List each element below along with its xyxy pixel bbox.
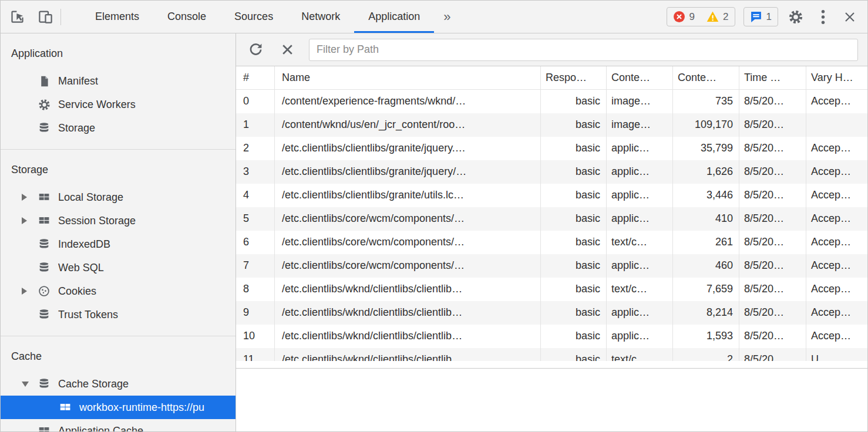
column-header[interactable]: Name: [275, 66, 541, 90]
tab-console[interactable]: Console: [153, 1, 220, 33]
sidebar-item-manifest[interactable]: Manifest: [1, 69, 235, 93]
table-cell: text/c…: [607, 278, 673, 301]
table-row[interactable]: 1/content/wknd/us/en/_jcr_content/roo…ba…: [236, 113, 867, 137]
table-row[interactable]: 6/etc.clientlibs/core/wcm/components/…ba…: [236, 231, 867, 254]
close-devtools-icon[interactable]: [840, 8, 859, 26]
gear-icon: [37, 97, 51, 112]
item-label: Application Cache: [58, 425, 143, 432]
sidebar-item-session-storage[interactable]: Session Storage: [1, 209, 235, 232]
table-cell: image…: [607, 90, 673, 113]
panel-tabs: Elements Console Sources Network Applica…: [81, 1, 460, 33]
device-toolbar-icon[interactable]: [36, 8, 55, 26]
settings-gear-icon[interactable]: [786, 8, 805, 26]
expand-arrow-icon[interactable]: [22, 217, 27, 224]
console-errors-warnings-badge[interactable]: 9 2: [667, 7, 735, 26]
column-header[interactable]: Conte…: [607, 66, 673, 90]
sidebar-item-indexeddb[interactable]: IndexedDB: [1, 232, 235, 256]
table-cell: 8/5/20…: [739, 137, 806, 160]
tab-network[interactable]: Network: [287, 1, 354, 33]
table-cell: 1: [236, 113, 275, 137]
table-cell: applic…: [607, 207, 673, 231]
table-cell: Accep…: [806, 184, 867, 207]
sidebar-item-cache-storage[interactable]: Cache Storage: [1, 372, 235, 396]
table-row[interactable]: 7/etc.clientlibs/core/wcm/components/…ba…: [236, 254, 867, 278]
sidebar-item-local-storage[interactable]: Local Storage: [1, 185, 235, 209]
table-row[interactable]: 2/etc.clientlibs/clientlibs/granite/jque…: [236, 137, 867, 160]
section-title: Cache: [1, 336, 235, 372]
expand-arrow-icon[interactable]: [22, 194, 27, 201]
more-tabs-button[interactable]: »: [434, 1, 460, 33]
expand-arrow-icon[interactable]: [22, 288, 27, 295]
column-header[interactable]: Respo…: [541, 66, 607, 90]
table-cell: /etc.clientlibs/wknd/clientlibs/clientli…: [275, 278, 541, 301]
sidebar-item-trust-tokens[interactable]: Trust Tokens: [1, 303, 235, 326]
table-cell: /etc.clientlibs/wknd/clientlibs/clientli…: [275, 301, 541, 325]
sidebar-item-web-sql[interactable]: Web SQL: [1, 256, 235, 279]
table-row[interactable]: 10/etc.clientlibs/wknd/clientlibs/client…: [236, 325, 867, 348]
table-cell: 8/5/20…: [739, 301, 806, 325]
more-options-icon[interactable]: [813, 8, 832, 26]
column-header[interactable]: Conte…: [673, 66, 739, 90]
sidebar-item-application-cache[interactable]: Application Cache: [1, 419, 235, 431]
table-row[interactable]: 9/etc.clientlibs/wknd/clientlibs/clientl…: [236, 301, 867, 325]
toolbar-right-icons: 9 2 1: [667, 1, 859, 33]
table-row[interactable]: 3/etc.clientlibs/clientlibs/granite/jque…: [236, 160, 867, 184]
table-cell: 7: [236, 254, 275, 278]
clear-icon[interactable]: [277, 40, 297, 60]
application-sidebar: Application Manifest: [1, 33, 236, 431]
tab-application[interactable]: Application: [354, 1, 434, 33]
table-row[interactable]: 8/etc.clientlibs/wknd/clientlibs/clientl…: [236, 278, 867, 301]
table-cell: basic: [541, 137, 607, 160]
table-cell: 109,170: [673, 113, 739, 137]
table-cell: applic…: [607, 137, 673, 160]
sidebar-item-cookies[interactable]: Cookies: [1, 279, 235, 303]
sidebar-item-workbox-cache[interactable]: workbox-runtime-https://pu: [1, 396, 235, 419]
table-row[interactable]: 11/etc.clientlibs/wknd/clientlibs/client…: [236, 348, 867, 361]
table-cell: basic: [541, 278, 607, 301]
table-cell: /etc.clientlibs/wknd/clientlibs/clientli…: [275, 348, 541, 361]
error-count: 9: [689, 11, 695, 23]
cookie-icon: [37, 284, 51, 298]
sidebar-item-service-workers[interactable]: Service Workers: [1, 93, 235, 116]
table-cell: Accep…: [806, 90, 867, 113]
tab-elements[interactable]: Elements: [81, 1, 153, 33]
resource-table: #NameRespo…Conte…Conte…Time …Vary H… 0/c…: [236, 66, 867, 361]
collapse-arrow-icon[interactable]: [22, 382, 29, 387]
table-cell: /etc.clientlibs/core/wcm/components/…: [275, 231, 541, 254]
preview-pane: [236, 368, 867, 431]
inspect-element-icon[interactable]: [8, 8, 26, 26]
item-label: Service Workers: [58, 99, 136, 111]
toolbar-separator: [60, 9, 61, 25]
table-cell: 8/5/20…: [739, 278, 806, 301]
table-cell: /etc.clientlibs/clientlibs/granite/utils…: [275, 184, 541, 207]
refresh-icon[interactable]: [245, 40, 265, 60]
issues-badge[interactable]: 1: [743, 7, 778, 26]
devtools-content: Application Manifest: [1, 33, 867, 431]
table-cell: 8/5/20…: [739, 207, 806, 231]
table-cell: 11: [236, 348, 275, 361]
table-row[interactable]: 4/etc.clientlibs/clientlibs/granite/util…: [236, 184, 867, 207]
cache-storage-panel: #NameRespo…Conte…Conte…Time …Vary H… 0/c…: [236, 33, 867, 431]
item-label: Manifest: [58, 75, 98, 87]
column-header[interactable]: Time …: [739, 66, 806, 90]
table-row[interactable]: 5/etc.clientlibs/core/wcm/components/…ba…: [236, 207, 867, 231]
issues-icon: [750, 11, 762, 23]
column-header[interactable]: Vary H…: [806, 66, 867, 90]
database-icon: [37, 121, 51, 135]
table-header-row: #NameRespo…Conte…Conte…Time …Vary H…: [236, 66, 867, 90]
item-label: Storage: [58, 122, 95, 134]
section-title: Storage: [1, 150, 235, 185]
tab-sources[interactable]: Sources: [220, 1, 287, 33]
database-icon: [37, 308, 51, 322]
table-cell: 8/5/20…: [739, 113, 806, 137]
table-row[interactable]: 0/content/experience-fragments/wknd/…bas…: [236, 90, 867, 113]
devtools-window: Elements Console Sources Network Applica…: [0, 0, 868, 432]
table-cell: Accep…: [806, 301, 867, 325]
table-cell: 8/5/20…: [739, 90, 806, 113]
table-cell: 5: [236, 207, 275, 231]
grid-icon: [37, 214, 51, 228]
column-header[interactable]: #: [236, 66, 275, 90]
sidebar-item-storage[interactable]: Storage: [1, 116, 235, 140]
table-cell: Accep…: [806, 137, 867, 160]
filter-input[interactable]: [309, 39, 858, 61]
